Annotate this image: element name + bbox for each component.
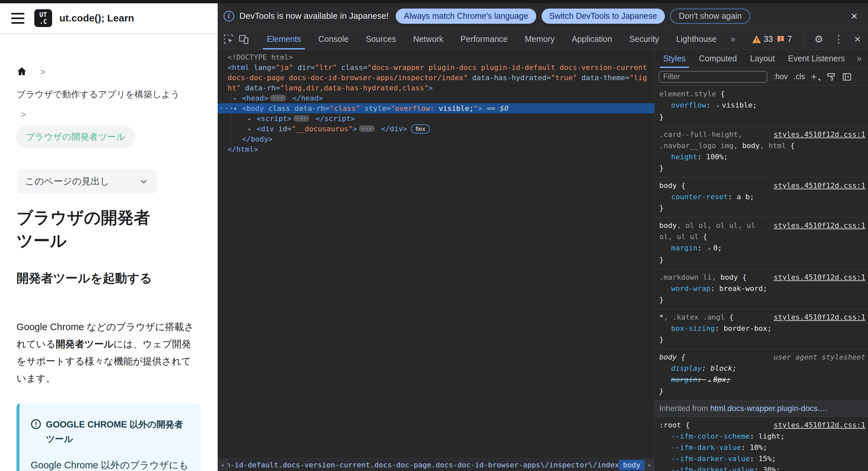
sidebar-tab-computed[interactable]: Computed [692, 50, 743, 68]
breadcrumb-selected-node[interactable]: body [619, 460, 644, 470]
code-segment: <!DOCTYPE html> [227, 53, 293, 61]
css-declaration[interactable]: margin: ▸8px; [659, 374, 865, 386]
caret-expanded-icon[interactable]: ▾ [234, 103, 237, 114]
css-declaration[interactable]: overflow: ▸visible; [659, 100, 865, 112]
dom-node[interactable]: ▸<script>··· </script> [218, 114, 654, 124]
toc-toggle[interactable]: このページの見出し [17, 169, 157, 194]
sidebar-more-tabs-icon[interactable]: » [851, 54, 867, 64]
breadcrumb-path[interactable]: plugin-id-default.docs-version-current.d… [227, 461, 619, 469]
dom-node[interactable]: <!DOCTYPE html> [218, 52, 654, 62]
expand-inline-icon[interactable]: ··· [270, 95, 286, 101]
issues-count[interactable]: 7 [776, 34, 792, 44]
css-rule: styles.4510f12d.css:1*, .katex .angl {bo… [655, 309, 868, 349]
css-declaration[interactable]: height: 100%; [659, 151, 865, 163]
devtools-close-icon[interactable]: × [850, 33, 865, 45]
css-declaration[interactable]: word-wrap: break-word; [659, 283, 865, 294]
inherited-node-link[interactable]: html.docs-wrapper.plugin-docs.… [710, 404, 828, 413]
css-declaration[interactable]: display: block; [659, 363, 865, 374]
stylesheet-link[interactable]: styles.4510f12d.css:1 [774, 220, 865, 231]
warnings-count[interactable]: 33 [752, 34, 773, 44]
caret-collapsed-icon[interactable]: ▸ [248, 124, 251, 134]
site-navbar: UT .C ut.code(); Learn [0, 3, 218, 33]
css-declaration[interactable]: --ifm-darker-value: 15%; [659, 453, 865, 464]
caret-collapsed-icon[interactable]: ▸ [248, 114, 251, 124]
node-menu-icon[interactable]: ··· [219, 103, 235, 114]
breadcrumb-current[interactable]: ブラウザの開発者ツール [16, 126, 135, 148]
toggle-hover-state[interactable]: :hov [773, 72, 787, 81]
chevron-down-icon [140, 177, 148, 186]
site-title[interactable]: ut.code(); Learn [59, 12, 134, 24]
flex-badge[interactable]: flex [411, 124, 430, 133]
sidebar-tab-styles[interactable]: Styles [657, 50, 692, 68]
tab-memory[interactable]: Memory [516, 29, 563, 50]
css-declaration[interactable]: margin: ▸0; [659, 243, 865, 254]
tab-performance[interactable]: Performance [452, 29, 516, 50]
dom-node[interactable]: ▸<div id="__docusaurus">··· </div>flex [218, 124, 654, 134]
dom-node[interactable]: <html lang="ja" dir="ltr" class="docs-wr… [218, 62, 654, 93]
site-logo[interactable]: UT .C [34, 9, 52, 27]
expand-inline-icon[interactable]: ··· [293, 115, 309, 122]
collapse-panel-icon[interactable] [842, 72, 852, 82]
tab-application[interactable]: Application [563, 29, 621, 50]
code-segment: <html [227, 63, 249, 71]
stylesheet-link[interactable]: styles.4510f12d.css:1 [774, 180, 865, 191]
window-top-strip [0, 0, 868, 3]
switch-japanese-button[interactable]: Switch DevTools to Japanese [541, 8, 665, 24]
caret-collapsed-icon[interactable]: ▸ [234, 93, 237, 103]
dom-node[interactable]: </body> [218, 134, 654, 144]
new-style-rule-icon[interactable]: + [811, 71, 820, 83]
stylesheet-link[interactable]: styles.4510f12d.css:1 [774, 129, 865, 140]
notification-close-icon[interactable]: × [846, 9, 862, 23]
breadcrumb: > [17, 66, 201, 78]
code-segment: "overflow: [391, 104, 434, 113]
code-segment: </body> [242, 135, 273, 143]
breadcrumb-forward-icon[interactable]: ▸ [644, 459, 654, 471]
device-toolbar-icon[interactable] [236, 33, 251, 46]
styles-filter-input[interactable] [659, 71, 767, 83]
css-declaration[interactable]: --ifm-darkest-value: 30%; [659, 464, 865, 471]
paintbrush-icon[interactable] [826, 72, 836, 82]
breadcrumb-link[interactable]: ブラウザで動作するアプリを構築しよう [17, 88, 201, 100]
dom-tree: <!DOCTYPE html><html lang="ja" dir="ltr"… [218, 50, 654, 459]
sidebar-tab-layout[interactable]: Layout [743, 50, 781, 68]
kebab-menu-icon[interactable]: ⋮ [830, 33, 847, 45]
code-segment: data-theme= [577, 73, 629, 82]
expand-value-icon[interactable]: ▸ [717, 102, 720, 109]
settings-gear-icon[interactable]: ⚙ [810, 33, 827, 45]
css-declaration[interactable]: box-sizing: border-box; [659, 323, 865, 334]
breadcrumb-back-icon[interactable]: ◂ [218, 459, 227, 471]
tab-console[interactable]: Console [310, 29, 357, 50]
dom-node[interactable]: ▸<head>··· </head> [218, 93, 654, 103]
dom-node[interactable]: </html> [218, 144, 654, 154]
sidebar-tab-event-listeners[interactable]: Event Listeners [782, 50, 851, 68]
tab-network[interactable]: Network [405, 29, 452, 50]
tab-lighthouse[interactable]: Lighthouse [668, 29, 725, 50]
more-tabs-icon[interactable]: » [725, 34, 741, 44]
css-declaration[interactable]: counter-reset: a b; [659, 191, 865, 202]
error-warning-counts: 33 7 [752, 34, 792, 44]
tab-security[interactable]: Security [621, 29, 668, 50]
expand-value-icon[interactable]: ▸ [708, 377, 711, 383]
info-callout: GOOGLE CHROME 以外の開発者ツール Google Chrome 以外… [17, 403, 200, 471]
dom-node-selected[interactable]: ···▾<body class data-rh="class" style="o… [218, 103, 654, 114]
code-segment: data-rh= [241, 84, 280, 92]
inspect-element-icon[interactable] [221, 33, 236, 46]
stylesheet-link[interactable]: styles.4510f12d.css:1 [774, 419, 865, 431]
match-language-button[interactable]: Always match Chrome's language [396, 8, 536, 24]
css-declaration[interactable]: --ifm-color-scheme: light; [659, 431, 865, 442]
dont-show-again-button[interactable]: Don't show again [670, 8, 750, 24]
stylesheet-link[interactable]: styles.4510f12d.css:1 [774, 312, 865, 323]
css-rule: styles.4510f12d.css:1.markdown li, body … [655, 269, 868, 309]
css-declaration[interactable]: --ifm-dark-value: 10%; [659, 442, 865, 453]
toggle-element-class[interactable]: .cls [794, 72, 805, 81]
hamburger-menu-icon[interactable] [11, 13, 24, 24]
doc-paragraph: Google Chrome などのブラウザに搭載されている開発者ツールには、ウェ… [17, 318, 197, 387]
user-agent-note: user agent stylesheet [774, 352, 865, 363]
code-segment: <script> [256, 115, 291, 123]
home-icon[interactable] [17, 66, 27, 78]
expand-inline-icon[interactable]: ··· [359, 125, 375, 132]
tab-elements[interactable]: Elements [258, 29, 310, 50]
expand-value-icon[interactable]: ▸ [708, 245, 711, 252]
tab-sources[interactable]: Sources [357, 29, 405, 50]
stylesheet-link[interactable]: styles.4510f12d.css:1 [774, 272, 865, 283]
